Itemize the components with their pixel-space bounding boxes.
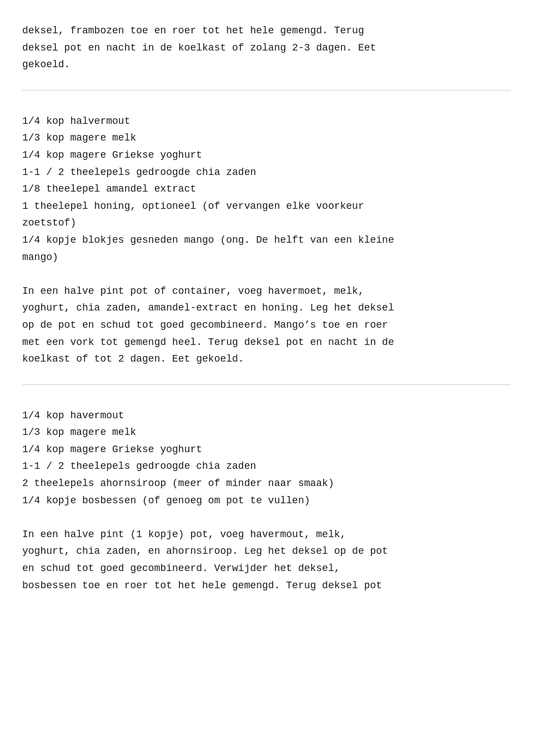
section-1-text: deksel, frambozen toe en roer tot het he… xyxy=(22,22,511,73)
section-3-text: 1/4 kop havermout 1/3 kop magere melk 1/… xyxy=(22,407,511,594)
page-container: deksel, frambozen toe en roer tot het he… xyxy=(0,0,533,610)
section-3: 1/4 kop havermout 1/3 kop magere melk 1/… xyxy=(22,385,511,611)
section-2: 1/4 kop halvermout 1/3 kop magere melk 1… xyxy=(22,91,511,384)
section-2-text: 1/4 kop halvermout 1/3 kop magere melk 1… xyxy=(22,113,511,368)
section-1: deksel, frambozen toe en roer tot het he… xyxy=(22,0,511,90)
